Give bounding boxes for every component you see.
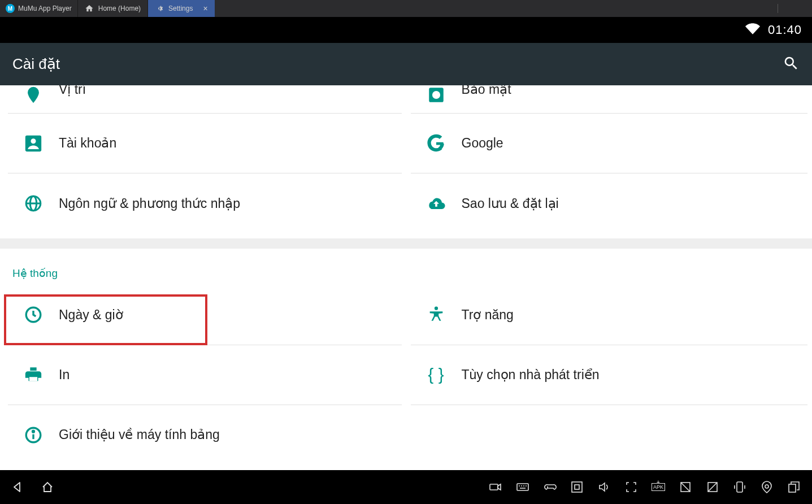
settings-item-google[interactable]: Google bbox=[411, 114, 808, 173]
svg-rect-34 bbox=[737, 482, 742, 492]
svg-point-9 bbox=[31, 138, 36, 144]
multi-window-button[interactable] bbox=[787, 480, 801, 494]
tab-home-label: Home (Home) bbox=[98, 5, 141, 12]
tab-home[interactable]: Home (Home) bbox=[77, 0, 147, 17]
tab-settings[interactable]: Settings × bbox=[147, 0, 215, 17]
security-label: Bảo mật bbox=[462, 85, 511, 97]
google-label: Google bbox=[462, 136, 503, 151]
settings-item-developer[interactable]: { } Tùy chọn nhà phát triển bbox=[411, 345, 808, 405]
apk-install-button[interactable]: APK bbox=[652, 483, 665, 491]
wifi-icon bbox=[745, 21, 760, 38]
settings-item-accounts[interactable]: Tài khoản bbox=[8, 114, 402, 173]
svg-point-14 bbox=[432, 91, 440, 99]
rotate-right-button[interactable] bbox=[679, 480, 692, 494]
screen-record-icon[interactable] bbox=[489, 480, 502, 494]
gear-icon bbox=[155, 4, 164, 13]
shake-button[interactable] bbox=[733, 480, 746, 494]
search-icon[interactable] bbox=[783, 55, 800, 74]
window-controls bbox=[757, 0, 812, 17]
svg-point-19 bbox=[33, 431, 34, 432]
fullscreen-button[interactable] bbox=[570, 480, 584, 494]
android-status-bar: 01:40 bbox=[0, 17, 812, 43]
android-nav-bar: APK bbox=[0, 470, 812, 504]
svg-rect-30 bbox=[572, 482, 582, 492]
gamepad-icon[interactable] bbox=[543, 480, 557, 494]
status-time: 01:40 bbox=[768, 23, 802, 37]
settings-item-location[interactable]: Vị trí bbox=[8, 85, 402, 114]
home-button[interactable] bbox=[41, 480, 54, 494]
close-tab-icon[interactable]: × bbox=[203, 4, 207, 13]
tab-settings-label: Settings bbox=[168, 5, 193, 12]
settings-content: Vị trí Tài khoản Ngôn ngữ & phương thức … bbox=[0, 85, 812, 470]
section-divider bbox=[0, 238, 812, 249]
settings-app-bar: Cài đặt bbox=[0, 43, 812, 85]
accounts-label: Tài khoản bbox=[59, 136, 116, 151]
security-icon bbox=[411, 85, 462, 105]
page-title: Cài đặt bbox=[12, 55, 783, 73]
settings-item-about[interactable]: Giới thiệu về máy tính bảng bbox=[8, 405, 402, 465]
mumu-logo-icon: M bbox=[6, 4, 15, 13]
backup-label: Sao lưu & đặt lại bbox=[462, 196, 559, 211]
print-label: In bbox=[59, 367, 70, 383]
settings-item-language[interactable]: Ngôn ngữ & phương thức nhập bbox=[8, 173, 402, 233]
svg-rect-38 bbox=[789, 484, 796, 492]
gps-button[interactable] bbox=[760, 480, 774, 494]
cloud-upload-icon bbox=[411, 194, 462, 213]
home-icon bbox=[85, 4, 94, 13]
settings-item-security[interactable]: Bảo mật bbox=[411, 85, 808, 114]
account-icon bbox=[8, 134, 59, 153]
settings-item-print[interactable]: In bbox=[8, 345, 402, 405]
keyboard-icon[interactable] bbox=[516, 480, 529, 494]
accessibility-label: Trợ năng bbox=[462, 307, 514, 323]
language-label: Ngôn ngữ & phương thức nhập bbox=[59, 196, 240, 211]
location-icon bbox=[8, 85, 59, 105]
system-section-header: Hệ thống bbox=[0, 254, 812, 285]
emulator-titlebar: M MuMu App Player Home (Home) Settings × bbox=[0, 0, 812, 17]
emulator-app-label: M MuMu App Player bbox=[0, 0, 77, 17]
rotate-left-button[interactable] bbox=[706, 480, 719, 494]
svg-rect-16 bbox=[29, 377, 37, 381]
svg-point-37 bbox=[765, 485, 768, 488]
svg-rect-22 bbox=[517, 484, 528, 490]
globe-icon bbox=[8, 194, 59, 213]
info-icon bbox=[8, 425, 59, 445]
about-label: Giới thiệu về máy tính bảng bbox=[59, 427, 220, 442]
developer-icon: { } bbox=[411, 365, 462, 384]
screenshot-button[interactable] bbox=[624, 480, 638, 494]
developer-label: Tùy chọn nhà phát triển bbox=[462, 367, 600, 383]
google-icon bbox=[411, 134, 462, 153]
svg-rect-31 bbox=[575, 485, 579, 489]
location-label: Vị trí bbox=[59, 85, 86, 97]
clock-icon bbox=[8, 305, 59, 324]
emulator-app-name: MuMu App Player bbox=[18, 5, 72, 12]
svg-rect-21 bbox=[490, 484, 498, 490]
svg-point-20 bbox=[434, 307, 437, 310]
datetime-label: Ngày & giờ bbox=[59, 307, 123, 323]
settings-item-backup[interactable]: Sao lưu & đặt lại bbox=[411, 173, 808, 233]
print-icon bbox=[8, 365, 59, 384]
settings-item-accessibility[interactable]: Trợ năng bbox=[411, 285, 808, 345]
volume-button[interactable] bbox=[597, 480, 611, 494]
settings-item-datetime[interactable]: Ngày & giờ bbox=[8, 285, 402, 345]
back-button[interactable] bbox=[11, 480, 25, 494]
accessibility-icon bbox=[411, 305, 462, 324]
